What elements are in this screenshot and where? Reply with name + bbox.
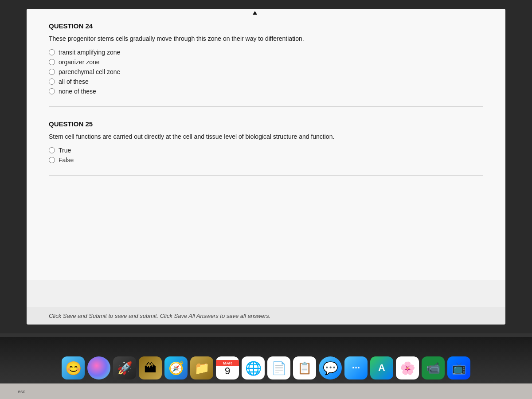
q25-radio-1[interactable] [49, 147, 55, 153]
esc-key-label[interactable]: esc [18, 389, 25, 394]
save-bar: Click Save and Submit to save and submit… [27, 307, 505, 325]
dock-chrome[interactable] [242, 356, 265, 379]
keyboard-area: esc [0, 383, 532, 399]
q25-option-1[interactable]: True [49, 147, 483, 154]
q24-radio-1[interactable] [49, 49, 55, 55]
dock-siri[interactable] [87, 356, 110, 379]
question-25-text: Stem cell functions are carried out dire… [49, 132, 483, 141]
dock-photos[interactable] [396, 356, 419, 379]
q24-radio-3[interactable] [49, 69, 55, 75]
q24-label-4[interactable]: all of these [59, 78, 89, 85]
dock-calendar[interactable]: MAR 9 [216, 356, 239, 379]
q24-option-4[interactable]: all of these [49, 78, 483, 85]
dock-safari[interactable] [164, 356, 188, 379]
mouse-cursor [253, 11, 257, 15]
quiz-area: QUESTION 24 These progenitor stems cells… [27, 9, 505, 280]
screen-content: QUESTION 24 These progenitor stems cells… [27, 9, 505, 325]
q24-label-3[interactable]: parenchymal cell zone [59, 68, 120, 75]
q24-option-2[interactable]: organizer zone [49, 59, 483, 66]
q25-label-2[interactable]: False [59, 156, 74, 164]
question-25-number: QUESTION 25 [49, 120, 483, 128]
q24-option-1[interactable]: transit amplifying zone [49, 49, 483, 56]
dock-pages[interactable] [267, 356, 290, 379]
save-bar-text: Click Save and Submit to save and submit… [49, 313, 270, 319]
question-24-number: QUESTION 24 [49, 22, 483, 30]
q24-radio-2[interactable] [49, 59, 55, 65]
laptop-screen: QUESTION 24 These progenitor stems cells… [0, 0, 532, 337]
dock-app-1[interactable]: ··· [344, 356, 368, 379]
dock-macos-tile[interactable] [139, 356, 162, 379]
q24-label-1[interactable]: transit amplifying zone [59, 49, 120, 56]
dock-facetime[interactable] [422, 356, 445, 379]
q24-option-5[interactable]: none of these [49, 88, 483, 95]
q24-option-3[interactable]: parenchymal cell zone [49, 68, 483, 75]
q24-label-2[interactable]: organizer zone [59, 59, 100, 66]
dock-unknown[interactable] [447, 356, 470, 379]
dock: MAR 9 ··· [0, 353, 532, 383]
dock-app-2[interactable] [370, 356, 393, 379]
dock-reminders[interactable] [293, 356, 316, 379]
dock-notes[interactable] [190, 356, 213, 379]
q25-label-1[interactable]: True [59, 147, 71, 154]
question-24-text: These progenitor stems cells gradually m… [49, 34, 483, 43]
q24-label-5[interactable]: none of these [59, 88, 96, 95]
question-24-block: QUESTION 24 These progenitor stems cells… [49, 22, 483, 107]
dock-messages[interactable] [319, 356, 342, 379]
q25-option-2[interactable]: False [49, 156, 483, 164]
q24-radio-5[interactable] [49, 88, 55, 94]
dock-launchpad[interactable] [113, 356, 136, 379]
question-25-block: QUESTION 25 Stem cell functions are carr… [49, 120, 483, 176]
q24-radio-4[interactable] [49, 78, 55, 85]
dock-calendar-day: 9 [225, 366, 230, 376]
dock-finder[interactable] [62, 356, 85, 379]
q25-radio-2[interactable] [49, 157, 55, 163]
